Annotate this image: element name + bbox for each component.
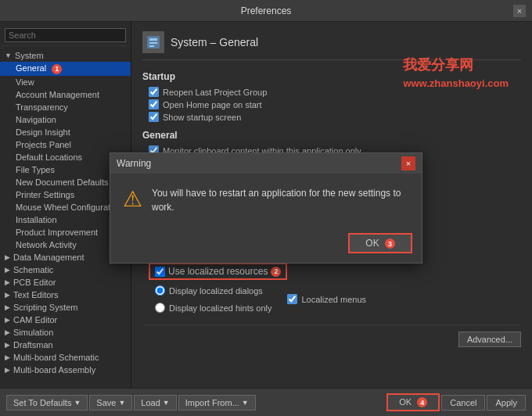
dialog-ok-label: OK <box>365 238 379 249</box>
dialog-ok-button[interactable]: OK 3 <box>348 233 412 254</box>
annotation-badge-3: 3 <box>385 238 395 249</box>
dialog-title-bar: Warning × <box>110 153 422 174</box>
dialog-title: Warning <box>117 158 151 169</box>
warning-dialog-overlay: Warning × ⚠ You will have to restart an … <box>0 0 532 416</box>
dialog-body: ⚠ You will have to restart an applicatio… <box>110 174 422 227</box>
warning-icon: ⚠ <box>123 186 142 212</box>
dialog-close-button[interactable]: × <box>401 156 415 170</box>
dialog-footer: OK 3 <box>110 227 422 264</box>
warning-dialog: Warning × ⚠ You will have to restart an … <box>110 152 422 264</box>
dialog-message: You will have to restart an application … <box>152 186 409 214</box>
